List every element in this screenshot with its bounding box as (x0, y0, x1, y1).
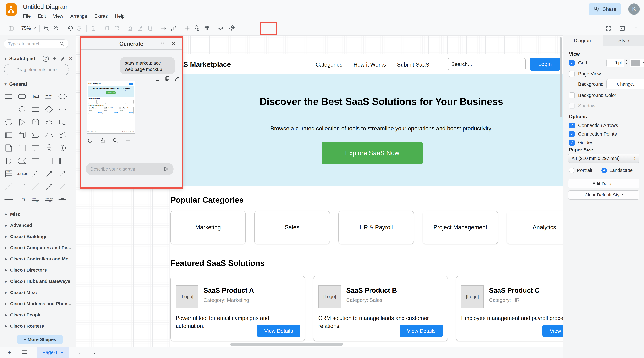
sidebar-section-cisco-computers-and-pe-[interactable]: ▸Cisco / Computers and Pe... (0, 242, 76, 253)
shape-line[interactable] (29, 180, 42, 193)
shape-actor[interactable] (42, 142, 56, 154)
general-section-header[interactable]: ▾ General (4, 81, 27, 87)
edit-prompt-icon[interactable] (174, 76, 180, 81)
view-details-button[interactable]: View Details (400, 325, 443, 337)
category-card[interactable]: Sales (254, 211, 330, 244)
shape-document[interactable] (56, 116, 69, 129)
more-shapes-button[interactable]: + More Shapes (17, 335, 62, 344)
tab-style[interactable]: Style (603, 35, 644, 46)
sidebar-section-advanced[interactable]: ▸Advanced (0, 220, 76, 231)
page-view-checkbox[interactable] (569, 71, 575, 77)
connection-points-checkbox[interactable]: ✓ (569, 131, 575, 137)
sidebar-section-cisco-controllers-and-mo-[interactable]: ▸Cisco / Controllers and Mo... (0, 253, 76, 264)
waypoints-button[interactable] (169, 23, 178, 33)
shape-data-storage[interactable] (15, 154, 29, 167)
menu-view[interactable]: View (53, 13, 63, 19)
background-color-checkbox[interactable] (569, 92, 575, 98)
sidebar-section-cisco-routers[interactable]: ▸Cisco / Routers (0, 321, 76, 332)
connection-style-button[interactable] (159, 23, 169, 33)
paper-size-select[interactable]: A4 (210 mm x 297 mm) ▲▼ (568, 154, 639, 163)
next-page-button[interactable]: › (94, 349, 96, 356)
menu-arrange[interactable]: Arrange (70, 13, 87, 19)
shape-arrow-source[interactable]: SourceLabel (29, 193, 42, 206)
zoom-out-button[interactable] (51, 23, 61, 33)
shape-triangle[interactable] (15, 116, 29, 129)
shape-arrow-box[interactable] (56, 193, 69, 206)
copy-prompt-icon[interactable] (164, 76, 170, 81)
shape-internal-storage[interactable] (2, 129, 15, 142)
mockup-nav-categories[interactable]: Categories (316, 61, 342, 68)
shape-callout[interactable] (29, 142, 42, 154)
shape-bidirectional-arrow[interactable] (42, 167, 56, 180)
mockup-nav-how-it-works[interactable]: How it Works (354, 61, 386, 68)
shape-parallelogram[interactable] (56, 103, 69, 116)
mockup-hero-cta-button[interactable]: Explore SaaS Now (322, 142, 423, 164)
view-details-button[interactable]: View Details (542, 325, 563, 337)
menu-file[interactable]: File (23, 13, 31, 19)
shape-text[interactable]: Text (29, 90, 42, 103)
vertical-scrollbar[interactable] (560, 37, 562, 117)
shape-cylinder[interactable] (29, 116, 42, 129)
toggle-format-panel-button[interactable] (6, 23, 16, 33)
grid-checkbox[interactable]: ✓ (569, 60, 575, 66)
mockup-nav-submit-saas[interactable]: Submit SaaS (397, 61, 429, 68)
generated-diagram-thumbnail[interactable]: SaaS Marketplace CategoriesHow it WorksS… (87, 81, 135, 134)
shape-ellipse[interactable] (56, 90, 69, 103)
shape-tape[interactable] (56, 129, 69, 142)
tab-diagram[interactable]: Diagram (563, 35, 603, 46)
shape-arrow-label[interactable]: Label (15, 193, 29, 206)
scratchpad-close-icon[interactable]: × (69, 55, 72, 62)
shape-bidirectional-thin[interactable] (42, 180, 56, 193)
zoom-in-button[interactable] (42, 23, 51, 33)
shape-dashed-line[interactable] (2, 180, 15, 193)
menu-edit[interactable]: Edit (38, 13, 46, 19)
sidebar-section-cisco-buildings[interactable]: ▸Cisco / Buildings (0, 231, 76, 242)
zoom-preview-icon[interactable] (112, 138, 118, 144)
grid-size-input[interactable]: 9 pt (606, 59, 624, 67)
scratchpad-help-icon[interactable]: ? (43, 55, 49, 62)
shape-container-horizontal[interactable] (56, 154, 69, 167)
shape-note[interactable] (2, 142, 15, 154)
insert-table-button[interactable] (202, 23, 212, 33)
toggle-panel-right-button[interactable] (617, 23, 627, 34)
shape-and[interactable] (2, 154, 15, 167)
insert-shape-button[interactable] (192, 23, 202, 33)
category-card[interactable]: Project Management (422, 211, 498, 244)
dialog-collapse-icon[interactable] (160, 41, 165, 45)
collapse-toolbar-button[interactable] (631, 23, 641, 34)
redo-button[interactable] (75, 23, 84, 33)
shape-cube[interactable] (15, 129, 29, 142)
share-button[interactable]: Share (588, 3, 621, 15)
category-card[interactable]: Marketing (170, 211, 246, 244)
shape-arrow-thin[interactable] (56, 180, 69, 193)
delete-prompt-icon[interactable] (154, 76, 160, 81)
scratchpad-header[interactable]: ▾ Scratchpad (4, 56, 35, 61)
background-change-button[interactable]: Change... (606, 79, 644, 89)
prev-page-button[interactable]: ‹ (78, 349, 80, 356)
dialog-close-icon[interactable]: ✕ (171, 40, 176, 47)
delete-button[interactable] (88, 23, 98, 33)
shape-trapezoid[interactable] (42, 129, 56, 142)
shape-link[interactable] (2, 193, 15, 206)
fullscreen-button[interactable] (604, 23, 613, 34)
shape-arrow-source-target[interactable]: SourceLabelTarget (42, 193, 56, 206)
fill-color-button[interactable] (126, 23, 135, 33)
horizontal-scrollbar[interactable] (230, 343, 343, 346)
sidebar-section-cisco-people[interactable]: ▸Cisco / People (0, 309, 76, 321)
shape-container[interactable] (29, 154, 42, 167)
menu-help[interactable]: Help (115, 13, 125, 19)
add-page-button[interactable]: + (7, 349, 11, 356)
grid-size-stepper[interactable]: ▲▼ (625, 59, 628, 65)
shape-dotted-line[interactable] (15, 180, 29, 193)
shape-square[interactable] (2, 103, 15, 116)
mockup-search-box[interactable]: Search... (448, 58, 526, 70)
mockup-page[interactable]: SaaS Marketplace CategoriesHow it WorksS… (170, 54, 563, 347)
pages-menu-button[interactable] (21, 350, 28, 355)
sketch-style-button[interactable] (216, 23, 226, 33)
insert-button[interactable] (182, 23, 192, 33)
send-icon[interactable] (163, 166, 169, 172)
regenerate-icon[interactable] (87, 138, 93, 144)
export-icon[interactable] (100, 138, 106, 144)
shape-heading[interactable]: Heading (42, 90, 56, 103)
sidebar-section-misc[interactable]: ▸Misc (0, 208, 76, 220)
